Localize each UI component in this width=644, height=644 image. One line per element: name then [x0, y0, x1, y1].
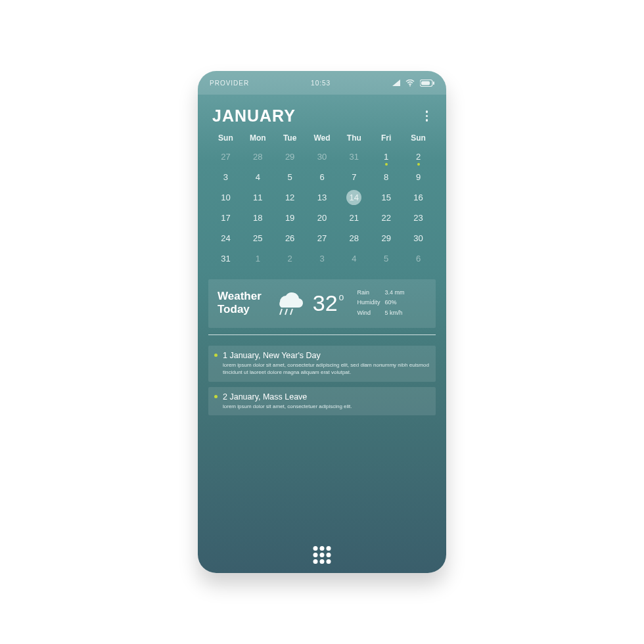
svg-point-0: [409, 85, 411, 86]
day-number: 5: [384, 254, 388, 264]
day-number: 18: [253, 213, 262, 223]
day-cell[interactable]: 20: [306, 208, 338, 228]
day-number: 3: [223, 172, 228, 182]
weather-title: Weather Today: [218, 290, 262, 317]
day-number: 20: [317, 213, 327, 223]
day-cell[interactable]: 31: [338, 147, 370, 167]
day-cell[interactable]: 9: [402, 167, 434, 187]
wifi-icon: [405, 80, 415, 87]
day-number: 5: [288, 172, 292, 182]
day-cell[interactable]: 11: [242, 187, 274, 208]
day-number: 2: [416, 152, 421, 162]
day-number: 25: [253, 233, 262, 243]
day-number: 9: [416, 172, 421, 182]
day-cell[interactable]: 30: [306, 147, 338, 167]
day-cell[interactable]: 10: [210, 187, 242, 208]
calendar-row: 10111213141516: [210, 187, 434, 208]
degree-symbol: o: [339, 292, 344, 302]
day-number: 8: [384, 172, 388, 182]
day-cell[interactable]: 1: [242, 248, 274, 269]
day-number: 30: [317, 152, 327, 162]
day-cell[interactable]: 14: [338, 187, 370, 208]
calendar-row: 3456789: [210, 167, 434, 187]
day-number: 30: [413, 233, 423, 243]
day-number: 28: [350, 233, 359, 243]
temperature: 32 o: [313, 290, 344, 316]
day-cell[interactable]: 31: [210, 248, 242, 269]
day-cell[interactable]: 17: [210, 208, 242, 228]
day-cell[interactable]: 6: [306, 167, 338, 187]
weekday-label: Fri: [370, 133, 402, 143]
day-number: 15: [381, 193, 390, 202]
day-cell[interactable]: 19: [274, 208, 306, 228]
day-cell[interactable]: 16: [402, 187, 434, 208]
day-cell[interactable]: 3: [210, 167, 242, 187]
more-menu-icon[interactable]: [422, 106, 432, 126]
calendar-grid: 2728293031123456789101112131415161718192…: [210, 147, 434, 269]
event-dot: [417, 163, 420, 166]
day-cell[interactable]: 2: [274, 248, 306, 269]
event-card[interactable]: 1 January, New Year's Daylorem ipsum dol…: [208, 346, 436, 382]
day-cell[interactable]: 5: [370, 248, 402, 269]
weather-card[interactable]: Weather Today 32 o Rain3.4 mm Humidity60…: [208, 279, 436, 328]
day-cell[interactable]: 29: [370, 228, 402, 248]
day-cell[interactable]: 29: [274, 147, 306, 167]
battery-icon: [420, 80, 434, 87]
day-cell[interactable]: 25: [242, 228, 274, 248]
day-cell[interactable]: 8: [370, 167, 402, 187]
rain-cloud-icon: [271, 287, 304, 319]
provider-label: PROVIDER: [210, 80, 249, 87]
day-cell[interactable]: 13: [306, 187, 338, 208]
day-cell[interactable]: 28: [338, 228, 370, 248]
day-cell[interactable]: 27: [210, 147, 242, 167]
day-number: 1: [256, 254, 260, 264]
day-number: 24: [221, 233, 230, 243]
day-cell[interactable]: 30: [402, 228, 434, 248]
home-button[interactable]: [313, 546, 331, 564]
day-cell[interactable]: 28: [242, 147, 274, 167]
day-cell[interactable]: 15: [370, 187, 402, 208]
weekday-label: Thu: [338, 133, 370, 143]
signal-icon: [392, 80, 400, 86]
day-cell[interactable]: 1: [370, 147, 402, 167]
weather-stats: Rain3.4 mm Humidity60% Wind5 km/h: [357, 288, 404, 318]
day-cell[interactable]: 6: [402, 248, 434, 269]
calendar-row: 24252627282930: [210, 228, 434, 248]
day-number: 3: [319, 254, 324, 264]
day-cell[interactable]: 7: [338, 167, 370, 187]
event-dot: [385, 163, 388, 166]
day-number: 27: [317, 233, 327, 243]
weekday-row: SunMonTueWedThuFriSun: [210, 133, 434, 143]
day-cell[interactable]: 2: [402, 147, 434, 167]
calendar-row: 31123456: [210, 248, 434, 269]
day-cell[interactable]: 24: [210, 228, 242, 248]
svg-rect-3: [433, 81, 434, 85]
day-number: 4: [256, 172, 260, 182]
day-number: 6: [319, 172, 324, 182]
day-number: 27: [221, 152, 230, 162]
svg-line-6: [290, 309, 292, 315]
day-number: 14: [350, 193, 359, 202]
day-cell[interactable]: 21: [338, 208, 370, 228]
calendar-row: 272829303112: [210, 147, 434, 167]
event-title: 2 January, Mass Leave: [223, 392, 429, 402]
status-icons: [392, 80, 434, 87]
event-description: lorem ipsum dolor sit amet, consectetur …: [223, 362, 429, 377]
day-number: 16: [413, 193, 423, 202]
day-cell[interactable]: 23: [402, 208, 434, 228]
status-time: 10:53: [311, 80, 331, 87]
day-cell[interactable]: 18: [242, 208, 274, 228]
day-cell[interactable]: 26: [274, 228, 306, 248]
day-cell[interactable]: 4: [242, 167, 274, 187]
day-cell[interactable]: 5: [274, 167, 306, 187]
day-number: 31: [221, 254, 230, 264]
day-cell[interactable]: 22: [370, 208, 402, 228]
day-cell[interactable]: 4: [338, 248, 370, 269]
day-cell[interactable]: 27: [306, 228, 338, 248]
day-number: 13: [317, 193, 327, 202]
day-cell[interactable]: 3: [306, 248, 338, 269]
event-card[interactable]: 2 January, Mass Leavelorem ipsum dolor s…: [208, 387, 436, 416]
calendar-row: 17181920212223: [210, 208, 434, 228]
day-cell[interactable]: 12: [274, 187, 306, 208]
svg-rect-2: [421, 81, 430, 85]
